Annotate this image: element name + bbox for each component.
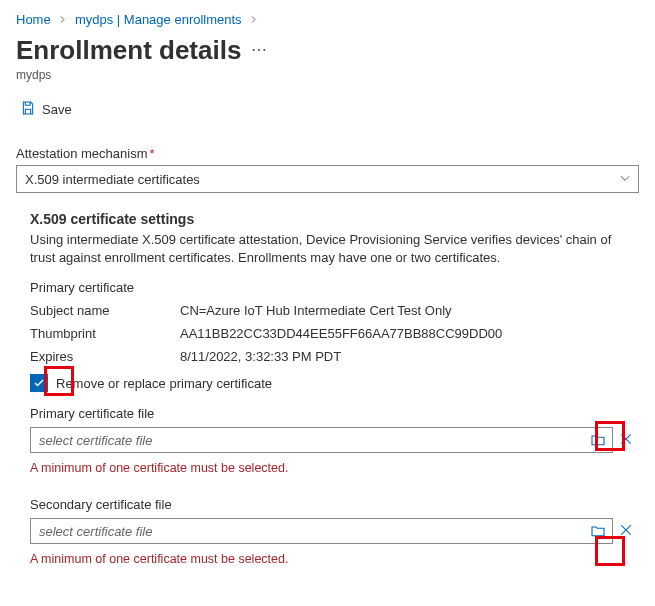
expires-key: Expires <box>30 349 180 364</box>
breadcrumb-home[interactable]: Home <box>16 12 51 27</box>
chevron-right-icon <box>249 12 258 27</box>
x509-description: Using intermediate X.509 certificate att… <box>30 231 639 266</box>
attestation-dropdown[interactable]: X.509 intermediate certificates <box>16 165 639 193</box>
close-icon <box>618 522 634 538</box>
save-icon <box>20 100 36 119</box>
primary-file-label: Primary certificate file <box>30 406 639 421</box>
secondary-file-placeholder: select certificate file <box>39 524 152 539</box>
secondary-file-clear[interactable] <box>613 522 639 541</box>
page-subtitle: mydps <box>16 68 639 82</box>
breadcrumb-manage-enrollments[interactable]: mydps | Manage enrollments <box>75 12 242 27</box>
primary-file-input[interactable]: select certificate file <box>30 427 613 453</box>
attestation-label: Attestation mechanism* <box>16 146 639 161</box>
subject-key: Subject name <box>30 303 180 318</box>
attestation-value: X.509 intermediate certificates <box>25 172 200 187</box>
chevron-down-icon <box>618 171 632 188</box>
subject-value: CN=Azure IoT Hub Intermediate Cert Test … <box>180 303 639 318</box>
remove-replace-label: Remove or replace primary certificate <box>56 376 272 391</box>
close-icon <box>618 431 634 447</box>
expires-value: 8/11/2022, 3:32:33 PM PDT <box>180 349 639 364</box>
primary-file-clear[interactable] <box>613 431 639 450</box>
more-icon[interactable]: ⋯ <box>251 40 267 59</box>
folder-icon[interactable] <box>590 432 606 451</box>
row-expires: Expires 8/11/2022, 3:32:33 PM PDT <box>30 349 639 364</box>
row-thumbprint: Thumbprint AA11BB22CC33DD44EE55FF66AA77B… <box>30 326 639 341</box>
breadcrumb: Home mydps | Manage enrollments <box>16 12 639 27</box>
secondary-file-input[interactable]: select certificate file <box>30 518 613 544</box>
thumbprint-key: Thumbprint <box>30 326 180 341</box>
secondary-file-error: A minimum of one certificate must be sel… <box>30 552 639 566</box>
primary-file-error: A minimum of one certificate must be sel… <box>30 461 639 475</box>
page-title: Enrollment details <box>16 35 241 66</box>
toolbar: Save <box>16 92 639 128</box>
row-subject: Subject name CN=Azure IoT Hub Intermedia… <box>30 303 639 318</box>
chevron-right-icon <box>58 12 67 27</box>
save-button[interactable]: Save <box>16 98 76 121</box>
x509-heading: X.509 certificate settings <box>30 211 639 227</box>
remove-replace-checkbox[interactable] <box>30 374 48 392</box>
primary-cert-label: Primary certificate <box>30 280 639 295</box>
check-icon <box>33 377 45 389</box>
primary-file-placeholder: select certificate file <box>39 433 152 448</box>
save-label: Save <box>42 102 72 117</box>
secondary-file-label: Secondary certificate file <box>30 497 639 512</box>
folder-icon[interactable] <box>590 523 606 542</box>
thumbprint-value: AA11BB22CC33DD44EE55FF66AA77BB88CC99DD00 <box>180 326 639 341</box>
